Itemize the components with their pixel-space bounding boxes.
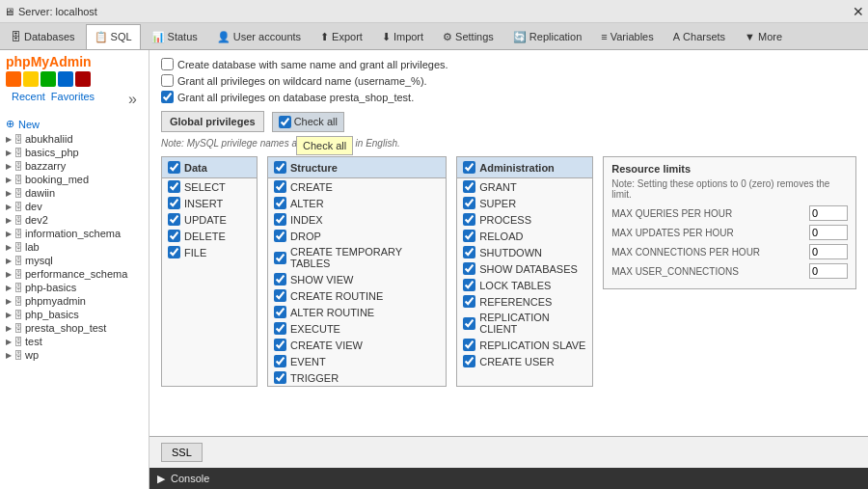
priv-checkbox-reload[interactable]	[463, 230, 475, 242]
priv-checkbox-alter-routine[interactable]	[274, 306, 286, 318]
priv-item-shutdown: SHUTDOWN	[457, 244, 592, 260]
tab-sql[interactable]: 📋SQL	[86, 24, 141, 49]
sidebar-item-bazzarry[interactable]: ▶ 🗄 bazzarry	[0, 159, 149, 173]
priv-checkbox-create-view[interactable]	[274, 339, 286, 351]
sidebar-item-information_schema[interactable]: ▶ 🗄 information_schema	[0, 227, 149, 240]
sidebar-item-test[interactable]: ▶ 🗄 test	[0, 335, 149, 348]
tab-replication[interactable]: 🔄Replication	[504, 24, 590, 49]
resource-input-max-updates-per-hour[interactable]	[809, 225, 848, 240]
priv-checkbox-event[interactable]	[274, 355, 286, 367]
resource-input-max-user_connections[interactable]	[809, 263, 848, 279]
check-all-label: Check all	[294, 116, 338, 127]
priv-checkbox-update[interactable]	[168, 213, 180, 226]
recent-link[interactable]: Recent	[12, 91, 45, 108]
priv-item-create-temporary-tables: CREATE TEMPORARY TABLES	[268, 244, 446, 271]
priv-checkbox-process[interactable]	[463, 213, 475, 226]
db-icon: 🗄	[14, 323, 23, 334]
priv-checkbox-lock-tables[interactable]	[463, 279, 475, 291]
global-privileges-tab[interactable]: Global privileges	[161, 111, 264, 132]
top-check-1[interactable]: Create database with same name and grant…	[161, 58, 856, 70]
top-checkbox-1[interactable]	[161, 58, 174, 70]
sidebar-item-abukhaliid[interactable]: ▶ 🗄 abukhaliid	[0, 132, 149, 146]
priv-checkbox-insert[interactable]	[168, 197, 180, 209]
top-check-3[interactable]: Grant all privileges on database presta_…	[161, 91, 856, 103]
tab-variables[interactable]: ≡Variables	[592, 24, 662, 49]
priv-checkbox-select[interactable]	[168, 180, 180, 193]
sidebar-item-php-basics[interactable]: ▶ 🗄 php-basics	[0, 281, 149, 294]
sidebar-section: ⊕ New ▶ 🗄 abukhaliid ▶ 🗄 basics_php ▶ 🗄 …	[0, 114, 149, 364]
priv-label-create-routine: CREATE ROUTINE	[290, 290, 383, 302]
sidebar-item-phpmyadmin[interactable]: ▶ 🗄 phpmyadmin	[0, 294, 149, 308]
priv-checkbox-alter[interactable]	[274, 197, 286, 209]
tab-databases[interactable]: 🗄Databases	[2, 24, 84, 49]
tab-settings[interactable]: ⚙Settings	[434, 24, 502, 49]
sidebar-item-booking_med[interactable]: ▶ 🗄 booking_med	[0, 173, 149, 186]
sidebar-new[interactable]: ⊕ New	[0, 116, 149, 132]
priv-checkbox-replication-client[interactable]	[463, 317, 475, 330]
priv-label-replication-client: REPLICATION CLIENT	[479, 312, 586, 335]
priv-checkbox-trigger[interactable]	[274, 371, 286, 384]
sidebar-item-dev[interactable]: ▶ 🗄 dev	[0, 200, 149, 213]
priv-panel-checkbox-data[interactable]	[168, 161, 180, 174]
priv-item-drop: DROP	[268, 228, 446, 244]
sidebar-item-presta_shop_test[interactable]: ▶ 🗄 presta_shop_test	[0, 321, 149, 335]
charsets-tab-icon: A	[673, 31, 680, 42]
logo-icon-2	[23, 71, 39, 87]
tab-charsets[interactable]: ACharsets	[665, 24, 734, 49]
close-icon[interactable]: ✕	[853, 4, 864, 19]
priv-item-reload: RELOAD	[457, 228, 592, 244]
sidebar-db-list: ▶ 🗄 abukhaliid ▶ 🗄 basics_php ▶ 🗄 bazzar…	[0, 132, 149, 362]
priv-checkbox-create[interactable]	[274, 180, 286, 193]
check-all-button[interactable]: Check all	[272, 112, 344, 132]
databases-tab-label: Databases	[24, 31, 75, 42]
priv-checkbox-grant[interactable]	[463, 180, 475, 193]
tab-more[interactable]: ▼More	[736, 24, 791, 49]
priv-checkbox-index[interactable]	[274, 213, 286, 226]
sidebar-more[interactable]: »	[128, 91, 137, 108]
priv-checkbox-show-view[interactable]	[274, 273, 286, 285]
sidebar-item-wp[interactable]: ▶ 🗄 wp	[0, 348, 149, 362]
resource-input-max-queries-per-hour[interactable]	[809, 205, 848, 221]
priv-checkbox-shutdown[interactable]	[463, 246, 475, 258]
sidebar-item-basics_php[interactable]: ▶ 🗄 basics_php	[0, 146, 149, 159]
tab-export[interactable]: ⬆Export	[312, 24, 371, 49]
priv-checkbox-create-user[interactable]	[463, 355, 475, 367]
priv-panel-checkbox-administration[interactable]	[463, 161, 475, 174]
priv-item-create: CREATE	[268, 178, 446, 195]
sidebar-item-dawiin[interactable]: ▶ 🗄 dawiin	[0, 186, 149, 200]
db-name-information_schema: information_schema	[25, 228, 121, 239]
databases-tab-icon: 🗄	[11, 31, 21, 42]
favorites-link[interactable]: Favorites	[51, 91, 95, 108]
resource-input-max-connections-per-hour[interactable]	[809, 244, 848, 259]
priv-checkbox-show-databases[interactable]	[463, 262, 475, 275]
priv-checkbox-delete[interactable]	[168, 230, 180, 242]
ssl-button[interactable]: SSL	[161, 443, 203, 462]
top-checkbox-3[interactable]	[161, 91, 174, 103]
tab-status[interactable]: 📊Status	[143, 24, 206, 49]
priv-checkbox-replication-slave[interactable]	[463, 339, 475, 351]
console-bar[interactable]: ▶ Console	[149, 468, 868, 489]
tab-user-accounts[interactable]: 👤User accounts	[208, 24, 310, 49]
priv-checkbox-execute[interactable]	[274, 322, 286, 335]
tab-import[interactable]: ⬇Import	[373, 24, 432, 49]
sidebar-item-performance_schema[interactable]: ▶ 🗄 performance_schema	[0, 267, 149, 281]
priv-panel-title-administration: Administration	[479, 162, 555, 174]
top-checkbox-2[interactable]	[161, 74, 174, 87]
priv-checkbox-file[interactable]	[168, 246, 180, 258]
priv-checkbox-create-temporary-tables[interactable]	[274, 252, 286, 264]
import-tab-icon: ⬇	[382, 31, 391, 43]
sidebar-item-php_basics[interactable]: ▶ 🗄 php_basics	[0, 308, 149, 321]
sidebar-item-dev2[interactable]: ▶ 🗄 dev2	[0, 213, 149, 227]
priv-checkbox-super[interactable]	[463, 197, 475, 209]
db-name-basics_php: basics_php	[25, 147, 79, 158]
priv-panel-checkbox-structure[interactable]	[274, 161, 286, 174]
sidebar-item-lab[interactable]: ▶ 🗄 lab	[0, 240, 149, 254]
priv-checkbox-drop[interactable]	[274, 230, 286, 242]
priv-checkbox-references[interactable]	[463, 295, 475, 308]
priv-checkbox-create-routine[interactable]	[274, 289, 286, 302]
check-all-checkbox[interactable]	[279, 116, 291, 128]
privilege-panels: Data SELECT INSERT UPDATE DELETE FILE St…	[161, 156, 593, 387]
db-name-performance_schema: performance_schema	[25, 268, 127, 280]
top-check-2[interactable]: Grant all privileges on wildcard name (u…	[161, 74, 856, 87]
sidebar-item-mysql[interactable]: ▶ 🗄 mysql	[0, 254, 149, 267]
